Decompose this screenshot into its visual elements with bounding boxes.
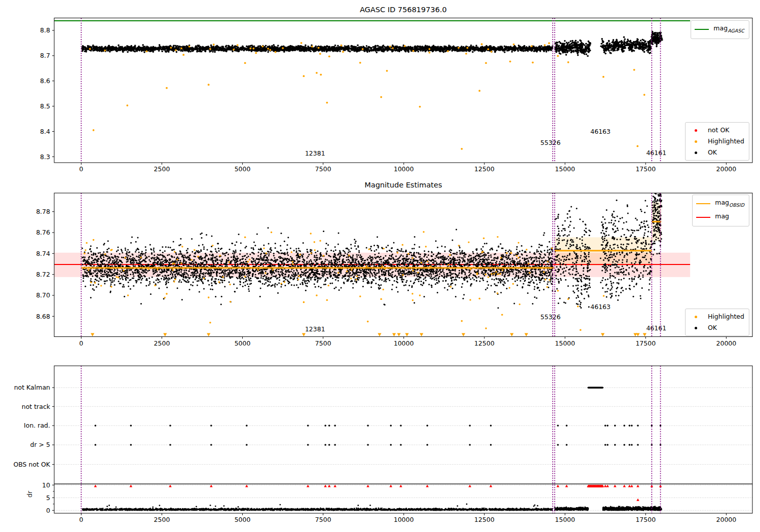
chart1-title: AGASC ID 756819736.0 — [54, 6, 752, 14]
legend-label: magAGASC — [713, 23, 744, 36]
flag-row-label: OBS not OK — [13, 461, 50, 468]
not-ok-marker — [606, 485, 609, 487]
highlighted-dot-swatch — [688, 316, 704, 318]
not-ok-marker — [210, 485, 213, 487]
x-tick-label: 17500 — [635, 165, 656, 173]
not-ok-marker — [630, 485, 633, 487]
not-ok-marker — [628, 485, 631, 487]
dr-ok-points — [82, 507, 553, 511]
legend-mag-agasc: magAGASC — [691, 20, 749, 39]
x-tick-label: 17500 — [635, 516, 656, 523]
clipped-low-marker — [636, 333, 639, 336]
x-tick-label: 12500 — [474, 165, 495, 173]
axes-frame — [54, 366, 752, 513]
clipped-low-marker — [405, 333, 409, 336]
ok-dot-swatch — [688, 327, 704, 329]
highlighted-dot-swatch — [688, 140, 704, 143]
x-tick-label: 15000 — [555, 339, 575, 347]
x-tick-label: 20000 — [716, 516, 737, 523]
y-tick-label: 8.70 — [36, 291, 50, 299]
x-tick-label: 2500 — [154, 339, 170, 347]
x-tick-label: 15000 — [555, 165, 575, 173]
x-tick-label: 10000 — [394, 339, 414, 347]
clipped-low-marker — [397, 333, 401, 336]
not-ok-marker — [169, 485, 172, 487]
x-tick-label: 5000 — [235, 516, 251, 523]
obsid-annotation: 12381 — [305, 149, 325, 157]
plots-canvas: 8.38.48.58.68.78.81238155326461634616102… — [0, 0, 760, 532]
legend-mag-lines: magOBSID mag — [692, 195, 749, 226]
legend-item-ok: OK — [688, 322, 744, 333]
plot-area-1 — [54, 193, 690, 358]
highlighted-outlier-points — [93, 55, 645, 150]
dr-ok-points — [106, 504, 538, 508]
y-tick-label: 8.7 — [40, 52, 50, 59]
plot-area-2 — [54, 387, 752, 511]
obsid-annotation: 46161 — [646, 149, 666, 157]
legend-item-highlighted: Highlighted — [688, 311, 744, 322]
x-tick-label: 7500 — [315, 165, 331, 173]
clipped-low-marker — [420, 333, 423, 336]
y-tick-label: 8.8 — [40, 26, 50, 34]
flag-event-points — [95, 425, 662, 446]
x-tick-label: 0 — [79, 516, 83, 523]
x-tick-label: 0 — [79, 165, 83, 173]
x-tick-label: 12500 — [474, 339, 495, 347]
flag-row-label: Ion. rad. — [24, 422, 50, 429]
mag-agasc-line-swatch — [694, 29, 710, 30]
flag-row-label: dr > 5 — [30, 441, 50, 448]
not-ok-marker — [366, 485, 369, 487]
dr-axis-label: dr — [26, 491, 33, 498]
legend-point-types-top: not OK Highlighted OK — [685, 122, 749, 161]
not-ok-dot-swatch — [688, 129, 704, 132]
clipped-low-marker — [510, 333, 513, 336]
x-tick-label: 7500 — [315, 516, 331, 523]
clipped-low-marker — [462, 333, 465, 336]
clipped-low-marker — [207, 333, 210, 336]
dr-tick-label: 0 — [46, 507, 50, 514]
y-tick-label: 8.5 — [40, 102, 50, 110]
x-tick-label: 15000 — [555, 516, 575, 523]
obsid-annotation: 55326 — [541, 139, 561, 146]
axes-frame — [54, 18, 752, 163]
flag-row-label: not track — [22, 403, 51, 410]
not-ok-marker — [333, 485, 336, 487]
clipped-low-marker — [524, 333, 528, 336]
y-tick-label: 8.76 — [36, 229, 50, 236]
legend-label: OK — [708, 147, 717, 158]
legend-item-mag-agasc: magAGASC — [694, 23, 744, 36]
ok-points — [651, 31, 663, 48]
legend-item-mag-obsid: magOBSID — [695, 197, 744, 211]
x-tick-label: 10000 — [394, 516, 414, 523]
legend-item-not-ok: not OK — [688, 125, 744, 136]
legend-point-types-middle: Highlighted OK — [685, 309, 749, 336]
x-tick-label: 17500 — [635, 339, 656, 347]
y-tick-label: 8.74 — [36, 250, 50, 257]
not-ok-marker — [307, 485, 310, 487]
x-tick-label: 2500 — [154, 165, 170, 173]
ok-points — [82, 44, 554, 53]
obsid-annotation: 55326 — [541, 313, 561, 321]
x-tick-label: 0 — [79, 339, 83, 347]
y-tick-label: 8.68 — [36, 313, 50, 320]
ok-points — [600, 36, 652, 55]
clipped-low-marker — [601, 333, 604, 336]
legend-label: Highlighted — [708, 311, 744, 322]
chart2-title: Magnitude Estimates — [54, 181, 752, 189]
clipped-low-marker — [392, 333, 396, 336]
not-ok-marker — [94, 485, 97, 487]
y-tick-label: 8.72 — [36, 271, 50, 278]
legend-label: Highlighted — [708, 136, 744, 147]
ok-dot-swatch — [688, 151, 704, 154]
x-tick-label: 20000 — [716, 165, 737, 173]
not-ok-marker — [604, 485, 607, 487]
obsid-annotation: 12381 — [305, 325, 325, 333]
clipped-low-marker — [302, 333, 306, 336]
x-tick-label: 5000 — [235, 339, 251, 347]
legend-label: mag — [715, 211, 729, 224]
not-ok-marker — [469, 485, 472, 487]
not-ok-dr-points — [94, 485, 662, 501]
obsid-annotation: 46163 — [590, 128, 611, 135]
not-kalman-run — [587, 387, 603, 388]
dr-ok-points — [554, 507, 589, 511]
